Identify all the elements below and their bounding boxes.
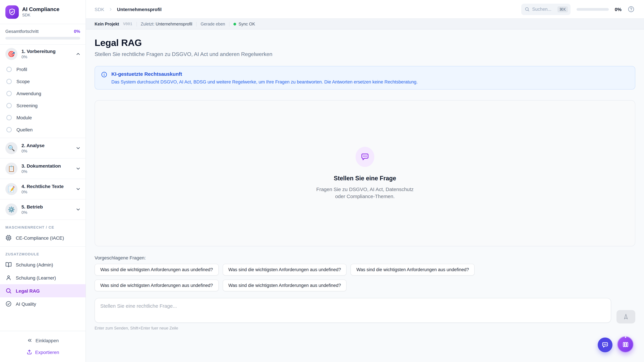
chat-empty-state: Stellen Sie eine Frage Fragen Sie zu DSG… — [313, 147, 417, 200]
phase-meta: 5. Betrieb 0% — [22, 204, 72, 215]
info-banner-title: KI-gestuetzte Rechtsauskunft — [111, 71, 418, 77]
sync-status: Sync OK — [234, 22, 255, 26]
question-input[interactable] — [94, 298, 611, 323]
overall-progress-value: 0% — [74, 29, 80, 34]
search-shortcut-badge: ⌘K — [557, 6, 568, 12]
send-button[interactable] — [616, 310, 635, 324]
suggested-question-button[interactable]: Was sind die wichtigsten Anforderungen a… — [94, 264, 218, 276]
sidebar-phase-analyse[interactable]: 🔍 2. Analyse 0% — [0, 138, 86, 158]
section-label-zusatzmodule: ZUSATZMODULE — [0, 247, 86, 258]
shield-check-icon — [8, 8, 16, 16]
suggested-questions: Was sind die wichtigsten Anforderungen a… — [94, 264, 510, 291]
suggested-question-button[interactable]: Was sind die wichtigsten Anforderungen a… — [222, 280, 346, 291]
book-open-icon — [5, 261, 12, 268]
divider — [196, 22, 196, 26]
phase-meta: 3. Dokumentation 0% — [22, 163, 72, 174]
chat-panel: Stellen Sie eine Frage Fragen Sie zu DSG… — [94, 100, 635, 246]
sidebar-phase-betrieb[interactable]: ⚙️ 5. Betrieb 0% — [0, 199, 86, 220]
sidebar-item-schulung-admin[interactable]: Schulung (Admin) — [0, 258, 86, 271]
sidebar-item-label: CE-Compliance (IACE) — [16, 235, 64, 241]
sidebar-item-label: Profil — [16, 67, 27, 72]
app-logo — [5, 5, 19, 18]
sync-status-label: Sync OK — [238, 22, 255, 26]
phase-title: 1. Vorbereitung — [22, 49, 72, 54]
chat-bubble-icon — [602, 341, 609, 349]
sidebar-item-legal-rag[interactable]: Legal RAG — [0, 284, 86, 297]
phase-progress: 0% — [22, 149, 72, 153]
search-placeholder: Suchen... — [532, 7, 551, 12]
sidebar-item-label: Quellen — [16, 127, 33, 132]
suggested-question-button[interactable]: Was sind die wichtigsten Anforderungen a… — [351, 264, 474, 276]
breadcrumb-current: Unternehmensprofil — [117, 6, 162, 12]
collapse-sidebar-button[interactable]: Einklappen — [0, 335, 86, 346]
sidebar-item-anwendung[interactable]: Anwendung — [0, 87, 86, 99]
paper-plane-icon — [622, 313, 629, 320]
chat-bubble-badge — [356, 147, 374, 167]
breadcrumb-root[interactable]: SDK — [94, 6, 104, 12]
search-input[interactable]: Suchen... ⌘K — [521, 3, 570, 15]
sidebar-item-quellen[interactable]: Quellen — [0, 124, 86, 136]
section-label-maschinenrecht: MASCHINENRECHT / CE — [0, 220, 86, 231]
sidebar-item-ce-compliance[interactable]: CE-Compliance (IACE) — [0, 231, 86, 244]
sidebar-item-schulung-learner[interactable]: Schulung (Learner) — [0, 271, 86, 284]
chevrons-left-icon — [27, 338, 32, 343]
phase-title: 3. Dokumentation — [22, 163, 72, 169]
page-title: Legal RAG — [94, 37, 635, 48]
phase-block-analyse: 🔍 2. Analyse 0% — [0, 138, 86, 159]
sidebar-phase-vorbereitung[interactable]: 🎯 1. Vorbereitung 0% — [0, 44, 86, 63]
radio-circle-icon — [6, 91, 12, 96]
empty-state-body: Fragen Sie zu DSGVO, AI Act, Datenschutz… — [313, 186, 417, 200]
suggested-question-button[interactable]: Was sind die wichtigsten Anforderungen a… — [94, 280, 218, 291]
sidebar-item-screening[interactable]: Screening — [0, 99, 86, 112]
phase-progress: 0% — [22, 190, 72, 194]
sidebar-item-profil[interactable]: Profil — [0, 63, 86, 75]
sidebar-phase-rechtliche-texte[interactable]: 📝 4. Rechtliche Texte 0% — [0, 179, 86, 199]
sidebar-footer: Einklappen Exportieren — [0, 331, 86, 362]
sidebar-item-label: Screening — [16, 103, 38, 108]
chat-bubble-icon — [360, 152, 370, 162]
app-identity: AI Compliance SDK — [22, 6, 59, 17]
breadcrumb: SDK Unternehmensprofil — [94, 6, 162, 12]
phase-progress: 0% — [22, 55, 72, 59]
question-input-row — [94, 298, 635, 323]
chevron-down-icon — [76, 207, 81, 212]
chevron-down-icon — [76, 186, 81, 192]
divider — [229, 22, 230, 26]
radio-circle-icon — [6, 79, 12, 84]
target-icon: 🎯 — [5, 48, 18, 60]
phase-title: 5. Betrieb — [22, 204, 72, 210]
export-button[interactable]: Exportieren — [0, 346, 86, 358]
last-saved: Zuletzt: Unternehmensprofil — [141, 22, 192, 26]
columns-icon — [622, 341, 629, 348]
last-saved-prefix: Zuletzt: — [141, 22, 154, 26]
info-banner-body: Das System durchsucht DSGVO, AI Act, BDS… — [111, 79, 418, 84]
sidebar-item-scope[interactable]: Scope — [0, 75, 86, 87]
phase-title: 2. Analyse — [22, 143, 72, 148]
radio-circle-icon — [6, 115, 12, 120]
collapse-label: Einklappen — [36, 338, 59, 343]
columns-fab-button[interactable] — [617, 336, 634, 353]
page-subtitle: Stellen Sie rechtliche Fragen zu DSGVO, … — [94, 51, 635, 57]
top-header: SDK Unternehmensprofil Suchen... ⌘K 0% — [86, 0, 644, 19]
timestamp: Gerade eben — [200, 22, 225, 26]
upload-icon — [26, 349, 32, 355]
phase-block-rechtliche-texte: 📝 4. Rechtliche Texte 0% — [0, 179, 86, 199]
chat-fab-button[interactable] — [598, 338, 612, 352]
export-label: Exportieren — [35, 350, 59, 355]
sidebar-item-module[interactable]: Module — [0, 112, 86, 124]
page-content: Legal RAG Stellen Sie rechtliche Fragen … — [86, 29, 644, 362]
phase-block-vorbereitung: 🎯 1. Vorbereitung 0% Profil Scope — [0, 44, 86, 138]
memo-icon: 📝 — [5, 183, 18, 195]
user-icon — [5, 275, 12, 281]
overall-progress-bar — [5, 37, 80, 39]
help-icon[interactable] — [628, 6, 634, 13]
sidebar-item-label: Module — [16, 115, 32, 120]
phase-progress: 0% — [22, 169, 72, 174]
suggested-question-button[interactable]: Was sind die wichtigsten Anforderungen a… — [222, 264, 346, 276]
input-hint: Enter zum Senden, Shift+Enter fuer neue … — [94, 326, 635, 331]
info-banner: KI-gestuetzte Rechtsauskunft Das System … — [94, 66, 635, 89]
sidebar-phase-dokumentation[interactable]: 📋 3. Dokumentation 0% — [0, 159, 86, 179]
cpu-icon — [5, 235, 12, 241]
sidebar-item-ai-quality[interactable]: AI Quality — [0, 297, 86, 310]
project-name: Kein Projekt — [94, 22, 119, 26]
